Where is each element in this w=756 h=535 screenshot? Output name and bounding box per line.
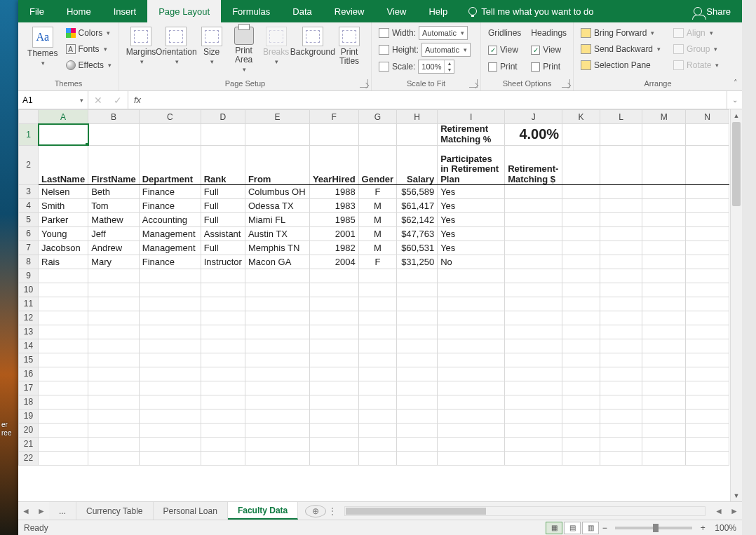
cell[interactable]: M — [358, 198, 397, 212]
cell[interactable] — [562, 124, 600, 146]
row-header[interactable]: 3 — [19, 184, 39, 198]
cell[interactable] — [686, 423, 729, 437]
cell[interactable] — [245, 409, 309, 423]
cell[interactable] — [88, 381, 140, 395]
cell[interactable] — [505, 311, 562, 325]
cell[interactable] — [139, 124, 201, 146]
cell[interactable]: Full — [201, 241, 245, 255]
zoom-level[interactable]: 100% — [715, 523, 736, 533]
cell[interactable] — [309, 325, 358, 339]
cell[interactable]: $61,417 — [397, 198, 438, 212]
cell[interactable] — [642, 381, 686, 395]
cell[interactable] — [201, 269, 245, 283]
row-header[interactable]: 2 — [19, 145, 39, 184]
cell[interactable] — [245, 437, 309, 451]
collapse-ribbon-button[interactable]: ˄ — [734, 79, 738, 88]
cell[interactable] — [397, 297, 438, 311]
cell[interactable] — [358, 269, 397, 283]
row-header[interactable]: 14 — [19, 339, 39, 353]
row-header[interactable]: 18 — [19, 395, 39, 409]
cell[interactable] — [686, 145, 729, 184]
row-header[interactable]: 11 — [19, 297, 39, 311]
tab-file[interactable]: File — [18, 0, 55, 22]
cell[interactable]: Rais — [39, 255, 88, 269]
cell[interactable] — [600, 212, 642, 226]
scale-percent[interactable]: Scale:100%▲▼ — [377, 59, 475, 74]
cell[interactable] — [600, 395, 642, 409]
cell[interactable]: Yes — [438, 226, 505, 241]
cell[interactable] — [201, 381, 245, 395]
cell[interactable]: Mathew — [88, 212, 140, 226]
cell[interactable] — [88, 339, 140, 353]
cell[interactable]: Accounting — [139, 212, 201, 226]
cell[interactable] — [505, 381, 562, 395]
column-header[interactable]: E — [245, 110, 309, 124]
cell[interactable] — [600, 226, 642, 241]
cell[interactable] — [600, 451, 642, 465]
cell[interactable] — [600, 409, 642, 423]
cell[interactable] — [397, 451, 438, 465]
cell[interactable] — [686, 184, 729, 198]
sheet-tab-currency-table[interactable]: Currency Table — [76, 502, 153, 520]
cell[interactable] — [642, 367, 686, 381]
cell[interactable] — [562, 283, 600, 297]
spin-up-icon[interactable]: ▲ — [445, 60, 454, 67]
cell[interactable]: 2001 — [309, 226, 358, 241]
cell[interactable] — [562, 325, 600, 339]
cell[interactable] — [600, 198, 642, 212]
cell[interactable] — [438, 325, 505, 339]
cell[interactable] — [505, 226, 562, 241]
row-header[interactable]: 12 — [19, 311, 39, 325]
margins-button[interactable]: Margins▾ — [125, 25, 157, 77]
cell[interactable] — [245, 297, 309, 311]
cell[interactable]: Yes — [438, 212, 505, 226]
formula-input[interactable] — [147, 91, 727, 109]
cell[interactable] — [562, 241, 600, 255]
cell[interactable] — [358, 437, 397, 451]
cell[interactable] — [397, 339, 438, 353]
cell[interactable] — [600, 184, 642, 198]
cell[interactable] — [686, 339, 729, 353]
cell[interactable] — [397, 325, 438, 339]
page-break-view-button[interactable]: ▥ — [582, 522, 599, 534]
cell[interactable]: 4.00% — [505, 124, 562, 146]
sheet-options-launcher[interactable] — [562, 79, 570, 88]
cell[interactable]: Full — [201, 184, 245, 198]
row-header[interactable]: 4 — [19, 198, 39, 212]
cell[interactable]: M — [358, 226, 397, 241]
cell[interactable] — [562, 437, 600, 451]
cell[interactable] — [309, 339, 358, 353]
cell[interactable] — [88, 283, 140, 297]
cell[interactable] — [642, 297, 686, 311]
tab-data[interactable]: Data — [281, 0, 323, 22]
cell[interactable] — [438, 339, 505, 353]
cell[interactable]: Finance — [139, 198, 201, 212]
cell[interactable] — [505, 409, 562, 423]
sheet-tab-ellipsis[interactable]: ... — [49, 502, 76, 520]
cell[interactable] — [505, 353, 562, 367]
scale-launcher[interactable] — [469, 79, 478, 88]
cell[interactable] — [245, 353, 309, 367]
cell[interactable] — [505, 423, 562, 437]
cell[interactable] — [686, 212, 729, 226]
cell[interactable] — [358, 124, 397, 146]
cell[interactable] — [139, 395, 201, 409]
cell[interactable] — [397, 409, 438, 423]
cell[interactable] — [686, 451, 729, 465]
column-header[interactable]: B — [88, 110, 140, 124]
column-header[interactable]: G — [358, 110, 397, 124]
row-header[interactable]: 5 — [19, 212, 39, 226]
headings-view-checkbox[interactable]: ✓View — [529, 42, 568, 57]
cell[interactable] — [245, 381, 309, 395]
cell[interactable] — [201, 409, 245, 423]
cell[interactable] — [39, 353, 88, 367]
fx-icon[interactable]: fx — [128, 91, 147, 109]
cell[interactable] — [600, 241, 642, 255]
vertical-scrollbar[interactable]: ▲ ▼ — [730, 109, 742, 501]
row-header[interactable]: 9 — [19, 269, 39, 283]
hscroll-right-button[interactable]: ► — [727, 506, 742, 516]
cell[interactable] — [139, 409, 201, 423]
column-header[interactable]: F — [309, 110, 358, 124]
cell[interactable] — [245, 451, 309, 465]
cell[interactable] — [245, 367, 309, 381]
